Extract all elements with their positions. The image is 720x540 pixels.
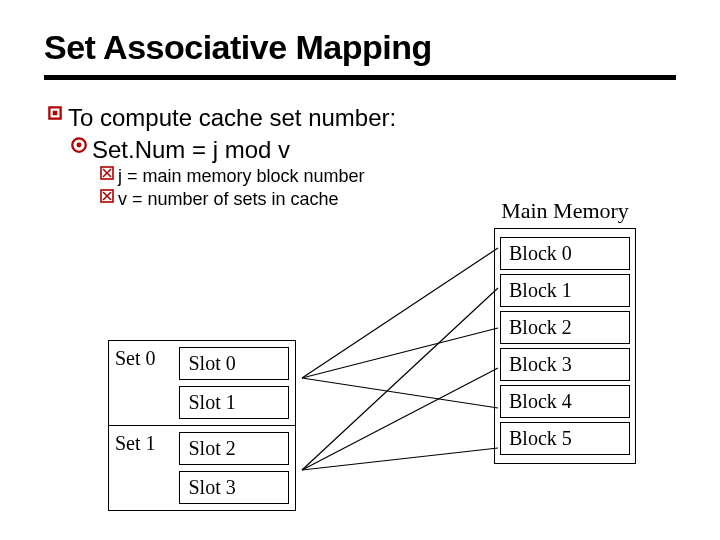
svg-line-11 (302, 248, 498, 378)
svg-line-12 (302, 328, 498, 378)
mapping-lines (0, 0, 720, 540)
svg-line-16 (302, 448, 498, 470)
svg-line-15 (302, 368, 498, 470)
svg-line-13 (302, 378, 498, 408)
svg-line-14 (302, 288, 498, 470)
